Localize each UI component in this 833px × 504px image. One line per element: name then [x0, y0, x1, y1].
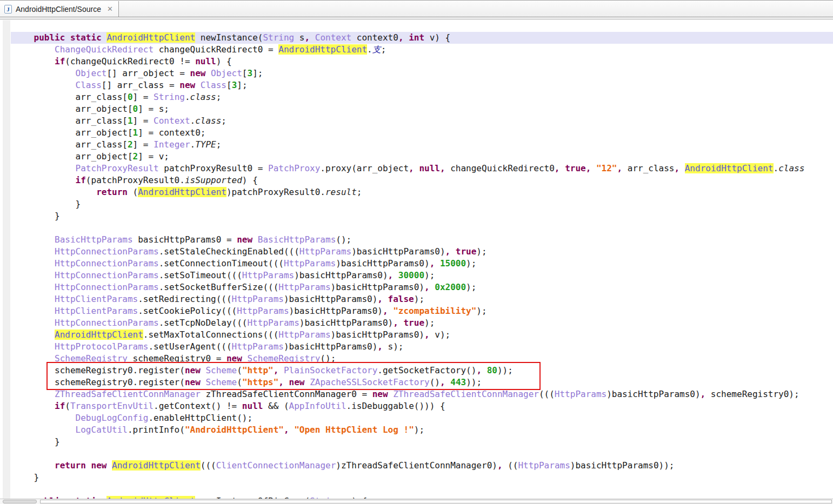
tab-androidhttpclient-source[interactable]: J AndroidHttpClient/Source ✕	[0, 1, 119, 17]
tab-bar: J AndroidHttpClient/Source ✕	[0, 1, 833, 17]
tab-title: AndroidHttpClient/Source	[16, 5, 101, 14]
code-line[interactable]: ZThreadSafeClientConnManager zThreadSafe…	[11, 388, 833, 400]
code-line[interactable]: }	[11, 210, 833, 222]
code-line[interactable]: }	[11, 436, 833, 448]
code-line[interactable]: if(TransportEnvUtil.getContext() != null…	[11, 400, 833, 412]
code-line[interactable]: arr_object[0] = s;	[11, 103, 833, 115]
code-line[interactable]: return new AndroidHttpClient(((ClientCon…	[11, 460, 833, 472]
editor-left-ruler	[3, 20, 10, 504]
code-line[interactable]: HttpConnectionParams.setStaleCheckingEna…	[11, 246, 833, 258]
tab-close-icon[interactable]: ✕	[107, 5, 113, 12]
code-line[interactable]: HttpConnectionParams.setConnectionTimeou…	[11, 258, 833, 270]
code-line[interactable]: schemeRegistry0.register(new Scheme("htt…	[11, 365, 833, 377]
code-line[interactable]: if(patchProxyResult0.isSupported) {	[11, 174, 833, 186]
code-line[interactable]: schemeRegistry0.register(new Scheme("htt…	[11, 377, 833, 388]
tab-bar-divider	[0, 18, 833, 19]
source-editor[interactable]: public static AndroidHttpClient newInsta…	[0, 20, 833, 504]
code-line[interactable]: arr_class[2] = Integer.TYPE;	[11, 139, 833, 151]
code-line[interactable]: Class[] arr_class = new Class[3];	[11, 79, 833, 91]
code-line[interactable]: HttpProtocolParams.setUserAgent(((HttpPa…	[11, 341, 833, 353]
code-line[interactable]: return (AndroidHttpClient)patchProxyResu…	[11, 186, 833, 198]
horizontal-scrollbar[interactable]	[0, 499, 833, 504]
decompiler-window: J AndroidHttpClient/Source ✕ public stat…	[0, 0, 833, 504]
code-line[interactable]: PatchProxyResult patchProxyResult0 = Pat…	[11, 163, 833, 174]
code-line[interactable]	[11, 448, 833, 460]
code-line[interactable]: AndroidHttpClient.setMaxTotalConnections…	[11, 329, 833, 341]
code-line[interactable]: BasicHttpParams basicHttpParams0 = new B…	[11, 234, 833, 246]
horizontal-scrollbar-track[interactable]	[40, 500, 832, 503]
code-line[interactable]: HttpConnectionParams.setTcpNoDelay(((Htt…	[11, 317, 833, 329]
code-line[interactable]: if(changeQuickRedirect0 != null) {	[11, 56, 833, 68]
code-line[interactable]: arr_object[1] = context0;	[11, 127, 833, 139]
code-line[interactable]: HttpClientParams.setCookiePolicy(((HttpP…	[11, 305, 833, 317]
code-line[interactable]: public static AndroidHttpClient newInsta…	[11, 32, 833, 44]
code-line[interactable]: HttpClientParams.setRedirecting(((HttpPa…	[11, 293, 833, 305]
java-file-icon: J	[4, 5, 12, 14]
code-line[interactable]: ChangeQuickRedirect changeQuickRedirect0…	[11, 44, 833, 56]
code-line[interactable]: SchemeRegistry schemeRegistry0 = new Sch…	[11, 353, 833, 365]
code-line[interactable]	[11, 222, 833, 234]
code-line[interactable]: LogCatUtil.printInfo("AndroidHttpClient"…	[11, 424, 833, 436]
code-line[interactable]: HttpConnectionParams.setSoTimeout(((Http…	[11, 270, 833, 281]
code-line[interactable]: Object[] arr_object = new Object[3];	[11, 68, 833, 79]
code-line[interactable]: }	[11, 198, 833, 210]
code-area[interactable]: public static AndroidHttpClient newInsta…	[11, 20, 833, 504]
code-line[interactable]: }	[11, 472, 833, 483]
code-line[interactable]	[11, 483, 833, 495]
code-line[interactable]: DebugLogConfig.enableHttpClient();	[11, 412, 833, 424]
code-line[interactable]: arr_object[2] = v;	[11, 151, 833, 163]
horizontal-scrollbar-thumb[interactable]	[3, 500, 37, 503]
code-line[interactable]: HttpConnectionParams.setSocketBufferSize…	[11, 281, 833, 293]
code-line[interactable]: arr_class[1] = Context.class;	[11, 115, 833, 127]
code-line[interactable]: arr_class[0] = String.class;	[11, 91, 833, 103]
